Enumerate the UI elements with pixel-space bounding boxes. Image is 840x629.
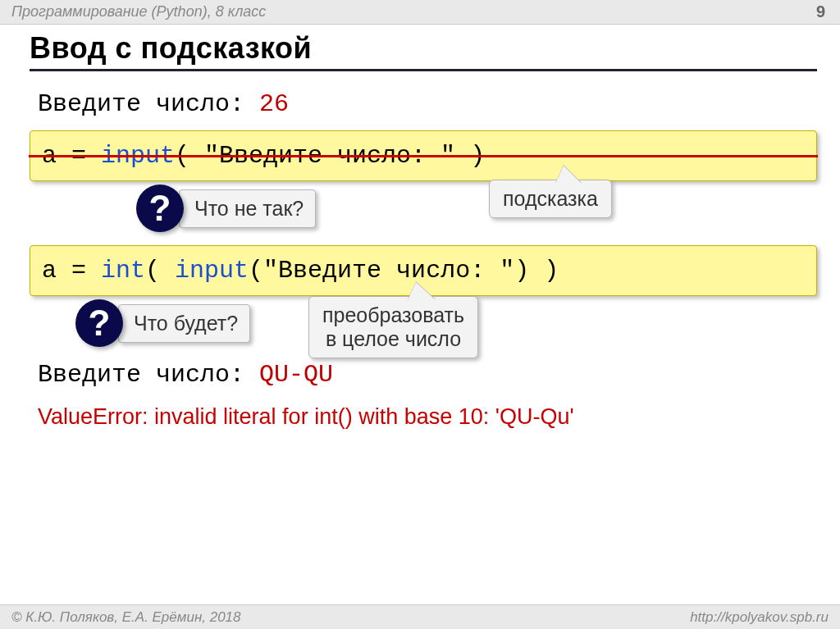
prompt-line-1: Введите число: 26 xyxy=(38,89,817,119)
prompt-line-2: Введите число: QU-QU xyxy=(38,360,817,390)
convert-line1: преобразовать xyxy=(322,303,464,326)
close-inner: ) xyxy=(514,257,529,285)
close-outer: ) xyxy=(529,257,559,285)
open-inner: ( xyxy=(249,257,263,285)
question-text-2: Что будет? xyxy=(118,304,250,343)
top-bar: Программирование (Python), 8 класс 9 xyxy=(0,0,840,25)
slide-body: Ввод с подсказкой Введите число: 26 a = … xyxy=(0,25,840,430)
open-outer: ( xyxy=(145,257,175,285)
page-number: 9 xyxy=(816,2,825,21)
question-text-1: Что не так? xyxy=(179,189,316,228)
question-bubble-1: ? Что не так? xyxy=(136,185,316,232)
callout-tail xyxy=(555,166,582,184)
code-assign-2: = xyxy=(57,257,101,285)
code-lhs-2: a xyxy=(42,257,57,285)
user-input-2: QU-QU xyxy=(259,361,333,389)
prompt-text: Введите число: xyxy=(38,90,259,118)
question-icon-2: ? xyxy=(75,299,123,347)
convert-callout: преобразовать в целое число xyxy=(308,296,478,358)
func-int: int xyxy=(101,257,145,285)
hint-text: подсказка xyxy=(503,187,598,210)
question-bubble-2: ? Что будет? xyxy=(75,299,250,347)
copyright: © К.Ю. Поляков, Е.А. Ерёмин, 2018 xyxy=(11,609,241,626)
callout-tail-2 xyxy=(408,282,436,300)
user-input-1: 26 xyxy=(259,90,289,118)
page-title: Ввод с подсказкой xyxy=(30,31,817,71)
prompt-text-2: Введите число: xyxy=(38,361,259,389)
course-label: Программирование (Python), 8 класс xyxy=(11,3,266,21)
question-icon: ? xyxy=(136,185,184,232)
code-box-1: a = input( "Введите число: " ) xyxy=(30,130,817,181)
func-input-2: input xyxy=(175,257,249,285)
arg-2: "Введите число: " xyxy=(263,257,514,285)
footer-url: http://kpolyakov.spb.ru xyxy=(690,609,829,626)
footer-bar: © К.Ю. Поляков, Е.А. Ерёмин, 2018 http:/… xyxy=(0,604,840,629)
strikethrough xyxy=(29,155,818,157)
code-row-2: a = int( input("Введите число: ") ) прео… xyxy=(30,245,817,296)
hint-callout: подсказка xyxy=(489,180,612,218)
error-message: ValueError: invalid literal for int() wi… xyxy=(38,404,817,430)
code-row-1: a = input( "Введите число: " ) подсказка… xyxy=(30,130,817,181)
convert-line2: в целое число xyxy=(326,327,461,350)
